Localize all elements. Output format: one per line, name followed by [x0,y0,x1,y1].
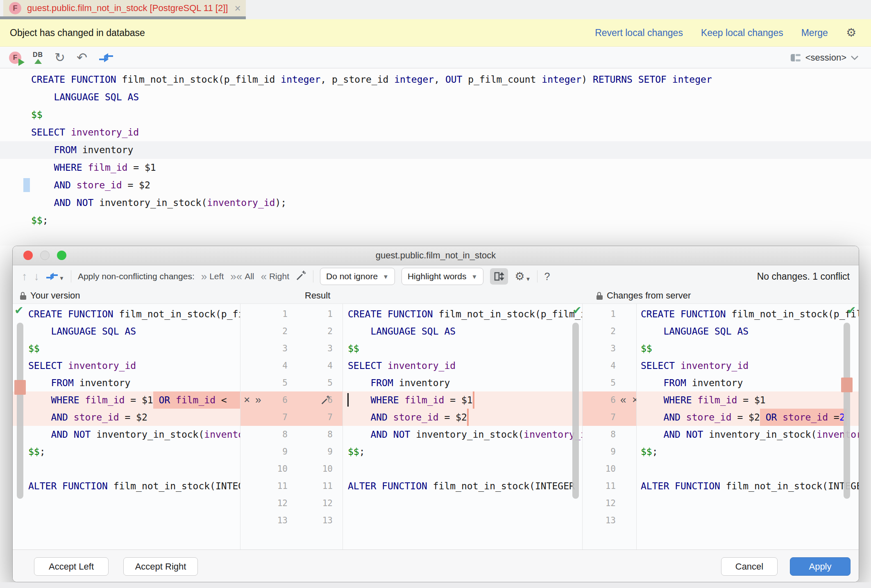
ignore-left-change-icon[interactable]: × [244,391,250,409]
separator [313,270,313,283]
close-window-button[interactable] [23,251,33,260]
server-changes-pane[interactable]: CREATE FUNCTION film_not_in_stock(p_film… [637,304,859,550]
editor-tab-bar: F guest.public.film_not_in_stock [Postgr… [0,0,871,19]
code-line: FROM inventory [641,374,743,391]
ignore-right-change-icon[interactable]: × [632,391,637,409]
text-caret [347,393,349,407]
apply-left-button[interactable]: » Left [201,271,224,282]
code-line: LANGUAGE SQL AS [31,88,139,106]
code-line: LANGUAGE SQL AS [348,323,456,340]
line-number: 6 [263,391,288,409]
revert-local-changes-link[interactable]: Revert local changes [595,27,683,38]
code-line: LANGUAGE SQL AS [28,323,136,340]
line-number: 9 [263,443,288,460]
fit-height-icon [494,271,504,282]
line-number: 1 [591,305,616,323]
your-version-pane[interactable]: CREATE FUNCTION film_not_in_stock(p_film… [13,304,240,550]
zoom-window-button[interactable] [57,251,66,260]
banner-actions: Revert local changes Keep local changes … [595,27,856,38]
double-chevron-both-icon: »« [230,271,242,282]
line-number: 6 [308,391,333,409]
line-number: 4 [591,357,616,374]
line-number: 4 [263,357,288,374]
line-number: 8 [591,426,616,443]
code-line: AND NOT inventory_in_stock(inventory_id)… [348,426,582,443]
line-number: 7 [591,409,616,426]
apply-nonconflicting-label: Apply non-conflicting changes: [78,271,195,281]
ignore-policy-select[interactable]: Do not ignore ▼ [320,268,395,285]
left-conflict-scroll-marker[interactable] [14,380,26,395]
right-conflict-scroll-marker[interactable] [841,378,853,392]
rollback-icon[interactable]: ↶ [77,50,87,65]
apply-all-button[interactable]: »« All [230,271,254,282]
keep-local-changes-link[interactable]: Keep local changes [701,27,783,38]
compare-icon[interactable] [99,50,113,65]
code-line: CREATE FUNCTION film_not_in_stock(p_film… [348,305,582,323]
merge-dialog: guest.public.film_not_in_stock ↑ ↓ ▼ App… [12,246,859,582]
line-number: 11 [591,477,616,495]
code-line: AND store_id = $2 [348,409,467,426]
run-function-button[interactable]: F [9,50,21,65]
session-label: <session> [805,52,846,63]
dialog-footer: Accept Left Accept Right Cancel Apply [13,550,859,582]
banner-gear-icon[interactable]: ⚙ [846,27,856,38]
code-line: CREATE FUNCTION film_not_in_stock(p_film… [28,305,240,323]
tab-film-not-in-stock[interactable]: F guest.public.film_not_in_stock [Postgr… [3,0,246,16]
server-changes-code: CREATE FUNCTION film_not_in_stock(p_film… [637,304,859,550]
highlight-mode-select[interactable]: Highlight words ▼ [401,268,483,285]
left-accepted-check-icon: ✔ [14,305,24,316]
line-number: 2 [263,323,288,340]
code-line: ALTER FUNCTION film_not_in_stock(INTEGER [28,477,240,495]
apply-right-button[interactable]: « Right [261,271,289,282]
code-line: $$; [28,443,45,460]
dialog-title-bar[interactable]: guest.public.film_not_in_stock [13,246,859,265]
code-line: AND NOT inventory_in_stock(inventory_id)… [28,426,240,443]
code-line: $$ [28,340,40,357]
minimize-window-button[interactable] [40,251,50,260]
line-number: 10 [591,460,616,477]
left-pane-scrollbar[interactable] [17,323,23,499]
code-line: $$; [348,443,365,460]
gear-icon: ⚙ [515,271,524,282]
submit-to-database-button[interactable]: DB [33,50,43,65]
accept-right-button[interactable]: Accept Right [123,557,198,576]
code-line: FROM inventory [28,374,130,391]
line-number: 12 [591,495,616,512]
refresh-icon[interactable]: ↻ [54,50,65,65]
left-merge-gutter: × » 1234567891011121312345678910111213 [240,304,343,550]
dropdown-arrow-icon: ▼ [472,273,478,280]
accept-left-button[interactable]: Accept Left [34,557,109,576]
help-button[interactable]: ? [544,271,550,283]
line-number: 3 [591,340,616,357]
merge-settings-button[interactable]: ⚙ ▼ [515,271,531,282]
tab-title: guest.public.film_not_in_stock [PostgreS… [27,3,228,14]
compare-mode-button[interactable]: ▼ [46,271,64,281]
right-accepted-check-icon: ✔ [847,305,856,316]
next-change-button[interactable]: ↓ [34,271,40,282]
tab-close-icon[interactable]: × [234,3,240,14]
right-merge-gutter: « × 12345678910111213 [582,304,637,550]
session-chooser[interactable]: <session> [790,52,859,63]
accept-left-change-icon[interactable]: » [255,391,261,409]
apply-button[interactable]: Apply [790,557,851,576]
result-pane-scrollbar[interactable] [572,323,579,499]
magic-resolve-button[interactable] [296,270,306,283]
result-pane[interactable]: CREATE FUNCTION film_not_in_stock(p_film… [343,304,582,550]
sql-editor[interactable]: CREATE FUNCTION film_not_in_stock(p_film… [0,69,871,246]
accept-right-change-icon[interactable]: « [620,391,626,409]
upload-arrow-icon [34,59,42,64]
cancel-button[interactable]: Cancel [721,557,778,576]
code-line: WHERE film_id = $1 [348,391,473,409]
code-line: ALTER FUNCTION film_not_in_stock(INTEGER [348,477,575,495]
collapse-unchanged-toggle[interactable] [490,268,508,285]
double-chevron-left-icon: « [261,271,266,282]
code-line: WHERE film_id = $1 OR film_id < [28,391,227,409]
previous-change-button[interactable]: ↑ [22,271,27,282]
code-line: SELECT inventory_id [348,357,456,374]
line-number: 13 [308,512,333,529]
line-number: 7 [308,409,333,426]
line-number: 6 [591,391,616,409]
merge-link[interactable]: Merge [801,27,828,38]
merge-toolbar: ↑ ↓ ▼ Apply non-conflicting changes: » L… [13,265,859,287]
right-pane-scrollbar[interactable] [844,323,850,499]
